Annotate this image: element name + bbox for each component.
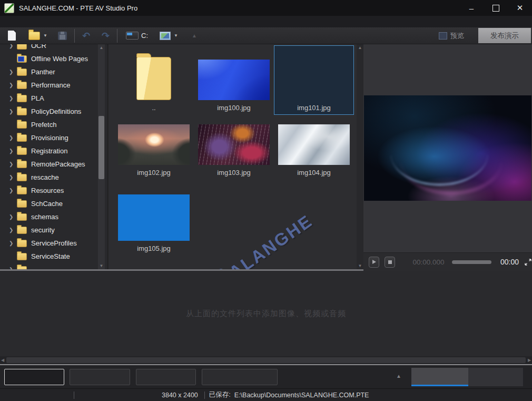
bottom-toolbar-button[interactable] (70, 369, 130, 385)
scroll-up-icon[interactable]: ▲ (98, 44, 105, 51)
tree-scrollbar-thumb[interactable] (98, 116, 104, 179)
chevron-right-icon[interactable] (9, 95, 17, 101)
menu-item[interactable] (25, 16, 37, 27)
play-button[interactable] (369, 257, 379, 268)
tree-item-label: SchCache (31, 200, 63, 208)
chevron-right-icon[interactable] (9, 135, 17, 141)
tree-item[interactable]: ServiceProfiles (0, 237, 107, 250)
tree-item[interactable]: Performance (0, 79, 107, 92)
menu-item[interactable] (37, 16, 48, 27)
tree-item[interactable]: schemas (0, 210, 107, 223)
close-button[interactable]: ✕ (508, 0, 532, 16)
player-controls: 00:00.000 00:00 (363, 252, 532, 271)
chevron-right-icon[interactable] (9, 44, 17, 48)
tree-item[interactable]: Prefetch (0, 118, 107, 131)
file-tile[interactable]: img103.jpg (194, 115, 274, 180)
preview-label[interactable]: 预览 (450, 31, 464, 41)
empty-hint-text: 从上面的文件列表中添加图像、视频或音频 (186, 309, 346, 319)
folder-icon (17, 121, 27, 129)
drive-label[interactable]: C: (141, 32, 148, 40)
horizontal-scrollbar[interactable]: ◀ ▶ (0, 356, 532, 364)
chevron-right-icon[interactable] (9, 214, 17, 220)
bottom-toolbar-button[interactable] (202, 369, 278, 385)
folder-icon (17, 187, 27, 194)
tree-item[interactable]: ServiceState (0, 250, 107, 263)
maximize-button[interactable] (484, 0, 508, 16)
scroll-left-icon[interactable]: ◀ (0, 358, 5, 363)
chevron-right-icon[interactable] (9, 240, 17, 246)
fullscreen-icon[interactable] (524, 258, 532, 266)
chevron-right-icon[interactable] (9, 161, 17, 167)
chevron-right-icon[interactable] (9, 227, 17, 233)
open-dropdown-caret-icon[interactable]: ▼ (43, 33, 47, 38)
bottom-toolbar-button[interactable] (4, 369, 64, 385)
slide-list-empty-area[interactable]: 从上面的文件列表中添加图像、视频或音频 (0, 271, 532, 356)
menu-item[interactable] (2, 16, 14, 27)
tree-scrollbar[interactable]: ▲ ▼ (98, 44, 105, 269)
chevron-right-icon[interactable] (9, 188, 17, 193)
save-icon[interactable] (58, 32, 67, 40)
tree-item[interactable]: Registration (0, 144, 107, 158)
resolution-text: 3840 x 2400 (162, 392, 198, 399)
file-tile[interactable]: img105.jpg (114, 180, 194, 256)
file-name: img104.jpg (297, 169, 331, 177)
chevron-right-icon[interactable] (9, 174, 17, 180)
total-time: 00:00 (500, 258, 519, 266)
tree-item-label: Panther (31, 68, 55, 76)
chevron-right-icon[interactable] (9, 82, 17, 88)
bottom-toolbar-button[interactable] (136, 369, 196, 385)
collapse-panel-icon[interactable]: ▲ (396, 373, 401, 379)
scroll-down-icon[interactable]: ▼ (357, 262, 363, 269)
menu-item[interactable] (60, 16, 72, 27)
tree-item[interactable] (0, 263, 107, 269)
minimize-button[interactable]: – (459, 0, 484, 16)
tree-item[interactable]: PLA (0, 92, 107, 105)
menu-item[interactable] (14, 16, 25, 27)
tree-item[interactable]: security (0, 223, 107, 237)
horizontal-scrollbar-thumb[interactable] (6, 357, 526, 363)
preview-icon[interactable] (439, 32, 447, 40)
tree-item[interactable]: rescache (0, 171, 107, 184)
tree-item[interactable]: Provisioning (0, 131, 107, 144)
tree-item[interactable]: SchCache (0, 197, 107, 210)
file-tile[interactable]: img104.jpg (274, 115, 354, 180)
chevron-right-icon[interactable] (9, 109, 17, 114)
status-bar: 3840 x 2400 已保存: E:\Backup\Documents\SAL… (0, 388, 532, 401)
publish-show-button[interactable]: 发布演示 (478, 28, 531, 43)
scroll-down-icon[interactable]: ▼ (98, 262, 105, 269)
tree-item[interactable]: Offline Web Pages (0, 52, 107, 65)
stop-button[interactable] (385, 257, 395, 268)
tree-item[interactable]: RemotePackages (0, 158, 107, 171)
folder-icon (17, 148, 27, 155)
file-thumbnail (278, 60, 350, 100)
drive-icon[interactable] (126, 32, 139, 40)
view-tab[interactable] (411, 368, 468, 386)
scroll-up-icon[interactable]: ▲ (357, 44, 363, 51)
file-tile[interactable]: img100.jpg (194, 45, 274, 115)
folder-icon (17, 44, 27, 50)
chevron-right-icon[interactable] (9, 69, 17, 75)
chevron-right-icon[interactable] (9, 148, 17, 154)
file-tile[interactable]: img102.jpg (114, 115, 194, 180)
tree-item[interactable]: OCR (0, 44, 107, 52)
redo-icon[interactable]: ↷ (102, 31, 110, 41)
open-folder-icon[interactable] (28, 32, 40, 40)
folder-up-icon[interactable]: ▲ (192, 33, 197, 38)
new-project-icon[interactable] (8, 31, 16, 41)
seek-slider[interactable] (452, 260, 491, 264)
view-mode-icon[interactable] (160, 32, 171, 40)
folder-icon (17, 213, 27, 221)
file-tile[interactable]: .. (114, 45, 194, 115)
undo-icon[interactable]: ↶ (82, 31, 90, 41)
tree-item[interactable]: Panther (0, 65, 107, 79)
scroll-right-icon[interactable]: ▶ (527, 358, 532, 363)
grid-scrollbar[interactable]: ▲ ▼ (357, 44, 363, 269)
file-name: .. (152, 104, 155, 112)
file-tile[interactable]: img101.jpg (274, 45, 354, 115)
menu-bar (0, 16, 532, 27)
tree-item[interactable]: Resources (0, 184, 107, 197)
view-mode-caret-icon[interactable]: ▼ (174, 33, 178, 38)
tree-item[interactable]: PolicyDefinitions (0, 105, 107, 118)
menu-item[interactable] (48, 16, 60, 27)
view-tab[interactable] (468, 368, 523, 386)
